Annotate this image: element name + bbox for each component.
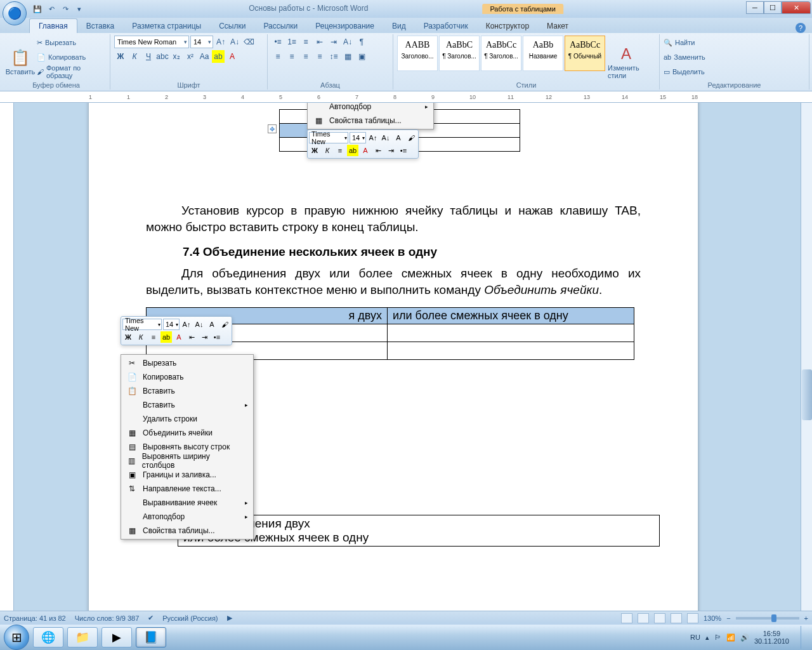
- show-marks-icon[interactable]: ¶: [355, 36, 368, 48]
- copy-button[interactable]: 📄 Копировать: [37, 50, 106, 64]
- mini2-styles-icon[interactable]: A: [206, 319, 218, 330]
- font-name-combo[interactable]: Times New Roman: [114, 36, 189, 48]
- ctx-autofit-top[interactable]: Автоподбор▸: [309, 103, 432, 114]
- numbering-icon[interactable]: 1≡: [285, 36, 298, 48]
- indent-inc-icon[interactable]: ⇥: [327, 36, 340, 48]
- mini2-indent-dec-icon[interactable]: ⇤: [186, 331, 197, 343]
- cut-button[interactable]: ✂ Вырезать: [37, 36, 106, 50]
- subscript-icon[interactable]: x₂: [170, 50, 183, 63]
- zoom-slider[interactable]: [736, 617, 799, 620]
- align-center-icon[interactable]: ≡: [285, 50, 298, 63]
- indent-dec-icon[interactable]: ⇤: [313, 36, 326, 48]
- mini-shrink-font-icon[interactable]: A↓: [380, 132, 391, 143]
- save-icon[interactable]: 💾: [32, 3, 43, 15]
- superscript-icon[interactable]: x²: [184, 50, 197, 63]
- borders-icon[interactable]: ▣: [355, 50, 368, 63]
- qat-dropdown-icon[interactable]: ▾: [74, 3, 85, 15]
- tab-view[interactable]: Вид: [383, 19, 415, 33]
- italic-icon[interactable]: К: [128, 50, 141, 63]
- mini-format-painter-icon[interactable]: 🖌: [405, 132, 417, 143]
- ctx-merge-cells[interactable]: ▦Объединить ячейки: [122, 426, 252, 440]
- help-icon[interactable]: ?: [796, 23, 806, 33]
- bold-icon[interactable]: Ж: [114, 50, 127, 63]
- tab-mailings[interactable]: Рассылки: [254, 19, 306, 33]
- mini2-italic-icon[interactable]: К: [135, 331, 147, 343]
- shrink-font-icon[interactable]: A↓: [228, 36, 241, 48]
- mini2-center-icon[interactable]: ≡: [148, 331, 159, 343]
- scroll-thumb[interactable]: [802, 369, 812, 420]
- status-proofing-icon[interactable]: ✔: [148, 614, 154, 622]
- sort-icon[interactable]: A↓: [341, 36, 354, 48]
- taskbar-explorer[interactable]: 📁: [67, 627, 98, 647]
- bullets-icon[interactable]: •≡: [272, 36, 284, 48]
- ctx-even-width[interactable]: ▥Выровнять ширину столбцов: [122, 454, 252, 468]
- paste-button[interactable]: 📋 Вставить: [6, 36, 34, 88]
- view-draft[interactable]: [687, 613, 698, 623]
- ctx-text-direction[interactable]: ⇅Направление текста...: [122, 482, 252, 496]
- mini2-font-combo[interactable]: Times New: [122, 319, 162, 330]
- ctx-props-top[interactable]: ▦Свойства таблицы...: [309, 114, 432, 128]
- style-title[interactable]: AaBbНазвание: [523, 36, 563, 71]
- minimize-button[interactable]: ─: [746, 1, 764, 14]
- tab-table-layout[interactable]: Макет: [538, 19, 577, 33]
- mini2-indent-inc-icon[interactable]: ⇥: [199, 331, 210, 343]
- align-left-icon[interactable]: ≡: [272, 50, 284, 63]
- tab-home[interactable]: Главная: [29, 18, 77, 33]
- taskbar-media[interactable]: ▶: [102, 627, 132, 647]
- mini-size-combo[interactable]: 14: [350, 132, 366, 143]
- ctx-table-props[interactable]: ▦Свойства таблицы...: [122, 524, 252, 538]
- highlight-icon[interactable]: ab: [212, 50, 225, 63]
- format-painter-button[interactable]: 🖌 Формат по образцу: [37, 65, 106, 79]
- multilevel-icon[interactable]: ≡: [299, 36, 312, 48]
- taskbar-ie[interactable]: 🌐: [33, 627, 63, 647]
- style-normal[interactable]: AaBbCc¶ Обычный: [565, 36, 605, 71]
- tab-page-layout[interactable]: Разметка страницы: [123, 19, 210, 33]
- vertical-ruler[interactable]: [0, 103, 14, 614]
- taskbar-word[interactable]: 📘: [136, 627, 166, 647]
- mini-indent-inc-icon[interactable]: ⇥: [385, 145, 396, 156]
- undo-icon[interactable]: ↶: [46, 3, 57, 15]
- mini-italic-icon[interactable]: К: [322, 145, 333, 156]
- mini-center-icon[interactable]: ≡: [334, 145, 346, 156]
- zoom-slider-thumb[interactable]: [771, 614, 776, 622]
- mini-indent-dec-icon[interactable]: ⇤: [372, 145, 384, 156]
- status-page[interactable]: Страница: 41 из 82: [4, 614, 66, 622]
- select-button[interactable]: ▭ Выделить: [664, 65, 705, 79]
- view-print-layout[interactable]: [621, 613, 632, 623]
- grow-font-icon[interactable]: A↑: [214, 36, 227, 48]
- align-right-icon[interactable]: ≡: [299, 50, 312, 63]
- tray-flag-icon[interactable]: 🏳: [714, 633, 721, 641]
- tray-lang[interactable]: RU: [690, 633, 700, 641]
- mini2-font-color-icon[interactable]: A: [173, 331, 185, 343]
- zoom-out-icon[interactable]: −: [726, 614, 730, 622]
- ctx-cut[interactable]: ✂Вырезать: [122, 356, 252, 370]
- status-words[interactable]: Число слов: 9/9 387: [75, 614, 140, 622]
- mini-styles-icon[interactable]: A: [393, 132, 404, 143]
- ctx-cell-alignment[interactable]: Выравнивание ячеек▸: [122, 496, 252, 510]
- show-desktop-button[interactable]: [801, 626, 808, 649]
- font-color-icon[interactable]: A: [226, 50, 239, 63]
- zoom-value[interactable]: 130%: [704, 614, 721, 622]
- ctx-borders[interactable]: ▣Границы и заливка...: [122, 468, 252, 482]
- vertical-scrollbar[interactable]: [801, 103, 812, 614]
- ctx-insert[interactable]: Вставить▸: [122, 398, 252, 412]
- office-button[interactable]: 🔵: [3, 1, 27, 25]
- mini-bold-icon[interactable]: Ж: [309, 145, 320, 156]
- status-macro-icon[interactable]: ▶: [227, 614, 232, 622]
- mini2-highlight-icon[interactable]: ab: [160, 331, 172, 343]
- mini-grow-font-icon[interactable]: A↑: [367, 132, 379, 143]
- mini2-format-painter-icon[interactable]: 🖌: [219, 319, 230, 330]
- start-button[interactable]: ⊞: [4, 625, 29, 650]
- tray-volume-icon[interactable]: 🔊: [740, 633, 749, 642]
- mini2-bold-icon[interactable]: Ж: [122, 331, 134, 343]
- tab-developer[interactable]: Разработчик: [415, 19, 477, 33]
- tab-review[interactable]: Рецензирование: [306, 19, 383, 33]
- mini2-shrink-font-icon[interactable]: A↓: [193, 319, 205, 330]
- tray-clock[interactable]: 16:59 30.11.2010: [754, 630, 789, 645]
- tab-references[interactable]: Ссылки: [210, 19, 254, 33]
- find-button[interactable]: 🔍 Найти: [664, 36, 705, 50]
- close-button[interactable]: ✕: [782, 1, 811, 14]
- ctx-copy[interactable]: 📄Копировать: [122, 370, 252, 384]
- mini2-bullets-icon[interactable]: •≡: [211, 331, 223, 343]
- ctx-autofit[interactable]: Автоподбор▸: [122, 510, 252, 524]
